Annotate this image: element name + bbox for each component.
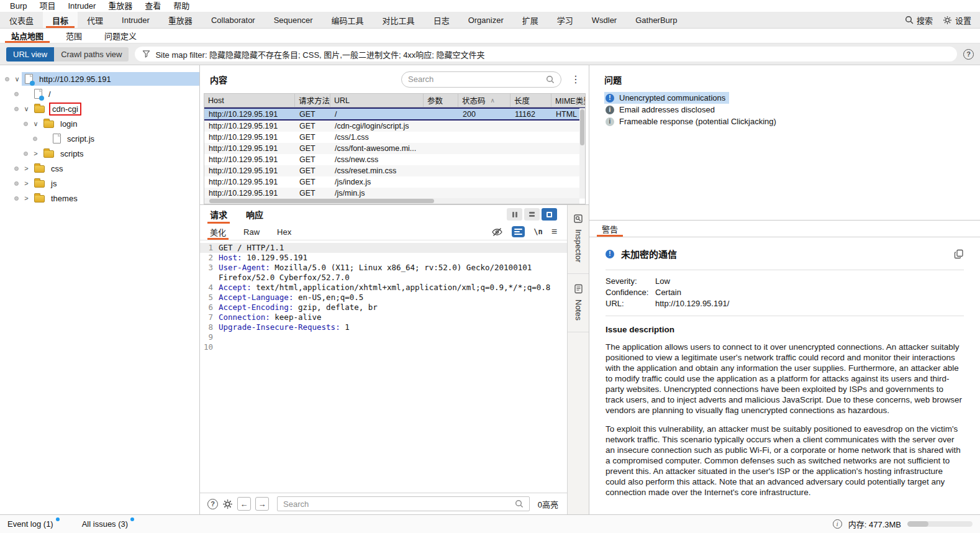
word-wrap-icon[interactable]	[512, 226, 525, 237]
request-line[interactable]: 8 Upgrade-Insecure-Requests: 1	[200, 322, 567, 332]
tree-expand-arrow[interactable]: ∨	[22, 105, 31, 113]
request-line[interactable]: 2 Host: 10.129.95.191	[200, 253, 567, 263]
inspector-tab[interactable]: Inspector	[574, 229, 583, 262]
url-view-button[interactable]: URL view	[6, 47, 54, 62]
main-tab[interactable]: 学习	[548, 12, 583, 28]
scrollbar-thumb[interactable]	[580, 109, 584, 145]
request-line[interactable]: 1 GET / HTTP/1.1	[200, 243, 567, 253]
sitemap-tree-item[interactable]: > themes	[0, 191, 199, 206]
column-header[interactable]: MIME类型	[551, 94, 586, 107]
request-line[interactable]: 6 Accept-Encoding: gzip, deflate, br	[200, 303, 567, 312]
filter-help-icon[interactable]: ?	[963, 49, 974, 60]
main-tab[interactable]: 代理	[78, 12, 112, 28]
hide-eye-icon[interactable]	[491, 227, 503, 237]
column-header[interactable]: 长度	[510, 94, 551, 107]
settings-button[interactable]: 设置	[943, 14, 971, 26]
search-previous-button[interactable]: ←	[237, 497, 251, 511]
table-row[interactable]: http://10.129.95.191 GET / 200 11162 HTM…	[204, 107, 585, 121]
contents-search-input[interactable]	[408, 75, 546, 84]
rows-layout-button[interactable]	[524, 208, 540, 221]
more-options-icon[interactable]: ⋮	[568, 75, 584, 84]
advisory-tab[interactable]: 警告	[601, 221, 619, 237]
notes-icon[interactable]	[574, 284, 583, 294]
request-line[interactable]: 5 Accept-Language: en-US,en;q=0.5	[200, 293, 567, 303]
global-search-button[interactable]: 搜索	[905, 14, 933, 26]
main-tab[interactable]: Wsdler	[583, 12, 626, 28]
menubar-item[interactable]: 帮助	[167, 0, 196, 12]
sitemap-tree-item[interactable]: > js	[0, 176, 199, 191]
viewer-tab[interactable]: 请求	[210, 205, 227, 224]
column-header[interactable]: Host	[204, 94, 295, 107]
table-row[interactable]: http://10.129.95.191 GET /css/new.css	[204, 154, 585, 165]
table-row[interactable]: http://10.129.95.191 GET /css/1.css	[204, 132, 585, 143]
column-header[interactable]: URL	[330, 94, 424, 107]
column-header[interactable]: 状态码 ∧	[458, 94, 510, 107]
format-tab[interactable]: Hex	[277, 224, 291, 240]
table-row[interactable]: http://10.129.95.191 GET /js/index.js	[204, 176, 585, 188]
menubar-item[interactable]: 查看	[138, 0, 167, 12]
main-tab[interactable]: 目标	[43, 12, 78, 28]
request-line[interactable]: 3 User-Agent: Mozilla/5.0 (X11; Linux x8…	[200, 263, 567, 283]
sitemap-tree-item[interactable]: > css	[0, 161, 199, 176]
format-tab[interactable]: 美化	[210, 224, 226, 240]
all-issues-button[interactable]: All issues (3)	[82, 519, 134, 529]
main-tab[interactable]: 编码工具	[322, 12, 373, 28]
issue-item[interactable]: i Frameable response (potential Clickjac…	[604, 116, 780, 127]
request-line[interactable]: 7 Connection: keep-alive	[200, 312, 567, 322]
viewer-search-input[interactable]	[283, 499, 515, 509]
main-tab[interactable]: GatherBurp	[626, 12, 686, 28]
sitemap-tree-item[interactable]: ∨ cdn-cgi	[0, 101, 199, 116]
table-vertical-scrollbar[interactable]	[579, 108, 585, 198]
viewer-help-icon[interactable]: ?	[207, 499, 218, 509]
issue-item[interactable]: i Email addresses disclosed	[604, 104, 719, 116]
tree-expand-arrow[interactable]: >	[22, 165, 31, 172]
main-tab[interactable]: 对比工具	[373, 12, 424, 28]
main-tab[interactable]: Organizer	[459, 12, 513, 28]
sitemap-tree-item[interactable]: /	[0, 86, 199, 101]
columns-layout-button[interactable]	[507, 208, 522, 221]
tree-expand-arrow[interactable]: ∨	[31, 120, 40, 128]
main-tab[interactable]: 日志	[424, 12, 459, 28]
table-row[interactable]: http://10.129.95.191 GET /css/font-aweso…	[204, 143, 585, 154]
viewer-menu-icon[interactable]: ≡	[551, 226, 557, 237]
request-line[interactable]: 10	[200, 342, 567, 352]
viewer-search[interactable]	[277, 496, 530, 511]
menubar-item[interactable]: 重放器	[102, 0, 138, 12]
tree-expand-arrow[interactable]: >	[22, 180, 31, 187]
sub-tab[interactable]: 范围	[55, 29, 93, 43]
table-row[interactable]: http://10.129.95.191 GET /cdn-cgi/login/…	[204, 121, 585, 132]
viewer-tab[interactable]: 响应	[246, 205, 263, 224]
tree-expand-arrow[interactable]: >	[31, 150, 40, 157]
request-line[interactable]: 4 Accept: text/html,application/xhtml+xm…	[200, 283, 567, 293]
sitemap-tree-item[interactable]: > scripts	[0, 146, 199, 161]
main-tab[interactable]: 扩展	[513, 12, 548, 28]
sitemap-tree-item[interactable]: ∨ http://10.129.95.191	[0, 71, 199, 86]
menubar-item[interactable]: Burp	[4, 0, 33, 12]
sitemap-tree-item[interactable]: ∨ login	[0, 116, 199, 131]
main-tab[interactable]: 重放器	[159, 12, 202, 28]
column-header[interactable]: 参数	[424, 94, 458, 107]
sitemap-tree-item[interactable]: script.js	[0, 131, 199, 146]
search-next-button[interactable]: →	[255, 497, 269, 511]
single-view-layout-button[interactable]	[542, 208, 557, 221]
copy-icon[interactable]	[954, 249, 964, 259]
sitemap-filter-field[interactable]: Site map filter: 隐藏隐藏隐藏不存在条目; CSS, 图片,一般…	[135, 47, 957, 62]
table-row[interactable]: http://10.129.95.191 GET /css/reset.min.…	[204, 165, 585, 176]
show-newlines-icon[interactable]: \n	[533, 227, 542, 236]
tree-expand-arrow[interactable]: ∨	[12, 75, 22, 83]
sub-tab[interactable]: 站点地图	[0, 29, 55, 43]
crawl-paths-view-button[interactable]: Crawl paths view	[54, 47, 129, 62]
table-horizontal-scrollbar[interactable]	[204, 198, 579, 204]
contents-search[interactable]	[401, 71, 561, 88]
issue-item[interactable]: ! Unencrypted communications	[604, 92, 729, 104]
main-tab[interactable]: Sequencer	[265, 12, 322, 28]
main-tab[interactable]: Intruder	[112, 12, 159, 28]
format-tab[interactable]: Raw	[243, 224, 260, 240]
main-tab[interactable]: 仪表盘	[0, 12, 43, 28]
menubar-item[interactable]: 项目	[33, 0, 61, 12]
table-row[interactable]: http://10.129.95.191 GET /js/min.js	[204, 188, 585, 199]
sub-tab[interactable]: 问题定义	[93, 29, 148, 43]
inspector-icon[interactable]	[573, 214, 583, 224]
column-header[interactable]: 请求方法	[295, 94, 330, 107]
notes-tab[interactable]: Notes	[574, 299, 583, 321]
